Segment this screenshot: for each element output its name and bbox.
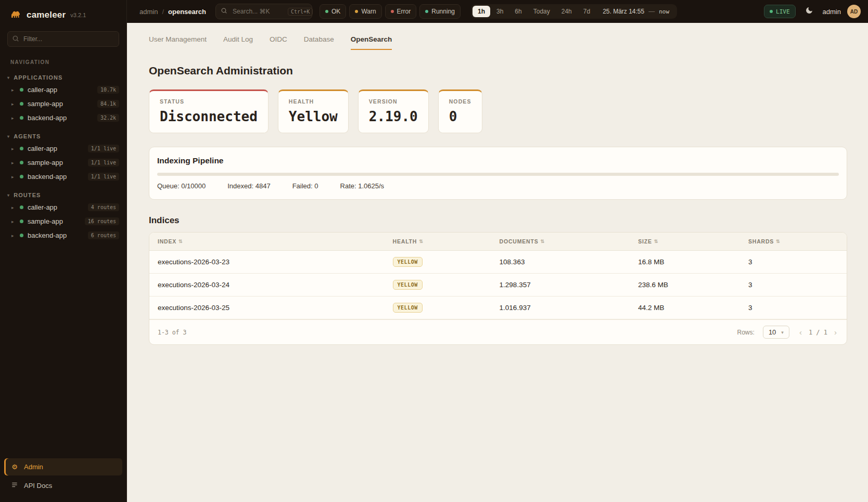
rows-per-page-select[interactable]: 10 ▾ [763,326,789,339]
sidebar-item-label: backend-app [28,173,84,181]
nav-group-routes: ▾ ROUTES ▸ caller-app 4 routes ▸ sample-… [0,190,126,242]
sidebar-item-label: sample-app [28,159,84,166]
stat-label: NODES [449,98,471,105]
indices-table: INDEX ⇅ HEALTH ⇅ DOCUMENTS ⇅ SIZE ⇅ SHAR… [149,232,847,345]
search-shortcut-kbd: Ctrl+K [288,8,313,16]
stat-value: 2.19.0 [369,109,418,124]
sidebar-item-badge: 32.2k [97,114,119,122]
breadcrumb-parent[interactable]: admin [139,8,158,16]
column-header-health[interactable]: HEALTH ⇅ [385,233,491,250]
brand-logo[interactable]: cameleer v3.2.1 [0,0,126,29]
sidebar-item-api-docs[interactable]: API Docs [4,477,122,495]
column-header-index[interactable]: INDEX ⇅ [149,233,385,250]
filter-chip-label: Warn [361,8,376,15]
main-column: admin / opensearch Ctrl+K OK Warn Error [127,0,868,502]
filter-chip-error[interactable]: Error [385,4,417,19]
status-dot-icon [20,205,23,209]
rows-per-page-value: 10 [769,328,776,336]
cameleer-logo-icon [9,8,22,22]
docs-icon [10,481,19,490]
health-badge: YELLOW [393,280,423,290]
sidebar: cameleer v3.2.1 NAVIGATION ▾ APPLICATION… [0,0,127,502]
sort-icon: ⇅ [776,239,780,244]
theme-toggle-button[interactable] [802,4,816,19]
tab-oidc[interactable]: OIDC [270,35,287,50]
status-dot-icon [20,116,23,120]
filter-chip-label: OK [331,8,340,15]
time-range-7d[interactable]: 7d [578,6,595,17]
nav-group-header-agents[interactable]: ▾ AGENTS [0,131,126,141]
sidebar-item-badge: 1/1 live [88,145,119,152]
tab-opensearch[interactable]: OpenSearch [351,35,392,50]
table-row[interactable]: executions-2026-03-25 YELLOW 1.016.937 4… [149,297,847,319]
chevron-down-icon: ▾ [781,330,784,335]
sidebar-item-agents-backend-app[interactable]: ▸ backend-app 1/1 live [0,170,126,184]
chevron-right-icon: ▸ [11,174,16,179]
sidebar-item-applications-caller-app[interactable]: ▸ caller-app 10.7k [0,83,126,97]
tab-user-management[interactable]: User Management [149,35,207,50]
user-menu-label[interactable]: admin [823,8,841,16]
live-label: LIVE [776,8,790,15]
time-range-6h[interactable]: 6h [509,6,527,17]
indexing-pipeline-card: Indexing Pipeline Queue: 0/10000 Indexed… [149,147,847,200]
filter-chip-label: Error [397,8,411,15]
sidebar-item-routes-caller-app[interactable]: ▸ caller-app 4 routes [0,200,126,214]
prev-page-button[interactable]: ‹ [798,328,803,337]
stat-label: HEALTH [289,98,338,105]
sidebar-item-admin[interactable]: ⚙ Admin [4,458,122,475]
ok-dot-icon [325,10,328,13]
sidebar-item-badge: 6 routes [88,231,119,239]
rows-per-page-label: Rows: [737,329,755,336]
time-range-3h[interactable]: 3h [491,6,508,17]
nav-group-header-applications[interactable]: ▾ APPLICATIONS [0,72,126,83]
column-header-size[interactable]: SIZE ⇅ [630,233,740,250]
stat-value: Yellow [289,109,338,124]
date-range-display[interactable]: 25. März 14:55 — now [596,8,675,15]
time-range-1h[interactable]: 1h [473,6,490,17]
filter-chip-ok[interactable]: OK [320,4,346,19]
column-header-shards[interactable]: SHARDS ⇅ [740,233,847,250]
cell-documents: 1.016.937 [491,298,630,318]
column-label: SHARDS [748,238,774,244]
sidebar-item-label: backend-app [28,231,84,239]
sidebar-item-badge: 10.7k [97,86,119,94]
column-label: SIZE [638,238,652,244]
nav-group-header-routes[interactable]: ▾ ROUTES [0,190,126,200]
sidebar-item-routes-sample-app[interactable]: ▸ sample-app 16 routes [0,214,126,228]
column-label: DOCUMENTS [500,238,539,244]
stat-card-status: STATUS Disconnected [149,89,269,133]
chevron-right-icon: ▸ [11,233,16,238]
sidebar-item-agents-sample-app[interactable]: ▸ sample-app 1/1 live [0,156,126,170]
tab-audit-log[interactable]: Audit Log [223,35,253,50]
sidebar-item-applications-sample-app[interactable]: ▸ sample-app 84.1k [0,97,126,111]
table-row[interactable]: executions-2026-03-23 YELLOW 108.363 16.… [149,251,847,274]
global-search[interactable]: Ctrl+K [215,4,312,19]
column-header-documents[interactable]: DOCUMENTS ⇅ [491,233,630,250]
time-range-today[interactable]: Today [528,6,555,17]
filter-chip-warn[interactable]: Warn [349,4,381,19]
sidebar-item-badge: 16 routes [85,217,119,225]
filter-chip-running[interactable]: Running [419,4,461,19]
sidebar-item-applications-backend-app[interactable]: ▸ backend-app 32.2k [0,111,126,125]
sidebar-filter-input[interactable] [7,31,119,47]
time-range-24h[interactable]: 24h [556,6,577,17]
avatar[interactable]: AD [847,5,861,18]
live-indicator[interactable]: LIVE [764,5,796,18]
global-search-input[interactable] [232,7,284,16]
table-row[interactable]: executions-2026-03-24 YELLOW 1.298.357 2… [149,274,847,297]
sidebar-item-agents-caller-app[interactable]: ▸ caller-app 1/1 live [0,141,126,156]
table-footer: 1-3 of 3 Rows: 10 ▾ ‹ 1 / 1 › [149,319,847,344]
breadcrumb: admin / opensearch [139,8,206,16]
cell-health: YELLOW [385,297,491,319]
sidebar-item-routes-backend-app[interactable]: ▸ backend-app 6 routes [0,228,126,242]
status-dot-icon [20,88,23,92]
next-page-button[interactable]: › [833,328,838,337]
sidebar-item-badge: 1/1 live [88,159,119,166]
live-dot-icon [770,10,773,13]
cell-health: YELLOW [385,274,491,296]
sidebar-item-label: sample-app [28,100,93,108]
pipeline-failed: Failed: 0 [292,182,318,190]
tab-database[interactable]: Database [304,35,334,50]
cell-index: executions-2026-03-25 [149,298,385,318]
column-label: INDEX [158,238,176,244]
